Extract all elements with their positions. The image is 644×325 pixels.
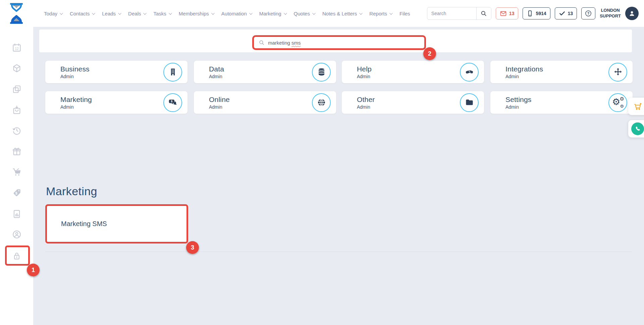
nav-label: Automation — [221, 11, 247, 16]
chevron-down-icon — [211, 11, 215, 15]
module-card-marketing[interactable]: MarketingAdmin $ — [45, 91, 187, 114]
global-search — [427, 7, 491, 20]
folder-icon — [460, 93, 479, 112]
result-card-marketing-sms[interactable]: Marketing SMS — [45, 204, 188, 243]
misspelled-word: sms — [291, 40, 301, 46]
cart-icon — [633, 102, 642, 111]
sms-credits-button[interactable]: 5914 — [523, 7, 550, 19]
nav-item-notes-letters[interactable]: Notes & Letters — [322, 11, 362, 16]
nav-item-today[interactable]: Today — [44, 11, 62, 16]
user-avatar[interactable] — [625, 7, 639, 20]
sidebar-item-rewards[interactable] — [12, 146, 22, 156]
app-root: Today Contacts Leads Deals Tasks Members… — [0, 0, 644, 325]
chevron-down-icon — [284, 11, 287, 15]
globe-icon — [312, 93, 331, 112]
gears-icon: ⚙⚙⚙ — [608, 93, 627, 112]
nav-label: Deals — [128, 11, 141, 16]
nav-item-automation[interactable]: Automation — [221, 11, 252, 16]
module-card-data[interactable]: DataAdmin — [194, 61, 336, 83]
nav-label: Reports — [369, 11, 387, 16]
nav-label: Leads — [102, 11, 116, 16]
nav-label: Tasks — [153, 11, 166, 16]
mail-count: 13 — [509, 11, 515, 16]
mail-notifications-button[interactable]: 13 — [496, 7, 519, 19]
card-title: Online — [209, 96, 230, 104]
card-subtitle: Admin — [60, 104, 92, 110]
sidebar-item-pricing[interactable]: $ — [12, 188, 22, 198]
cube-icon — [12, 63, 22, 73]
nav-item-contacts[interactable]: Contacts — [70, 11, 94, 16]
nav-item-deals[interactable]: Deals — [128, 11, 146, 16]
chevron-down-icon — [249, 11, 253, 15]
move-arrows-icon — [608, 63, 627, 82]
database-icon — [312, 63, 331, 82]
card-title: Integrations — [505, 65, 543, 73]
search-icon — [259, 40, 265, 46]
module-card-online[interactable]: OnlineAdmin — [194, 91, 336, 114]
card-subtitle: Admin — [505, 104, 531, 110]
nav-label: Contacts — [70, 11, 90, 16]
sidebar-item-reports[interactable] — [12, 209, 22, 219]
result-title: Marketing SMS — [61, 220, 107, 228]
module-card-integrations[interactable]: IntegrationsAdmin — [490, 61, 633, 83]
nav-label: Today — [44, 11, 57, 16]
header-right-cluster: 13 5914 13 ? LONDON SUPPORT — [427, 0, 639, 27]
nav-item-reports[interactable]: Reports — [369, 11, 392, 16]
report-icon — [12, 209, 22, 219]
module-card-settings[interactable]: SettingsAdmin ⚙⚙⚙ — [490, 91, 633, 114]
sidebar-item-duplicates[interactable] — [12, 84, 22, 94]
nav-item-tasks[interactable]: Tasks — [153, 11, 171, 16]
annotation-box-lock — [5, 246, 30, 266]
nav-item-quotes[interactable]: Quotes — [294, 11, 315, 16]
calendar-icon: 12 — [12, 43, 22, 53]
nav-label: Memberships — [179, 11, 209, 16]
floating-cart-button[interactable] — [628, 98, 644, 115]
sidebar-item-account[interactable] — [12, 229, 22, 239]
card-subtitle: Admin — [357, 104, 375, 110]
card-title: Business — [60, 65, 90, 73]
main-nav: Today Contacts Leads Deals Tasks Members… — [44, 0, 410, 27]
phone-icon — [631, 122, 644, 135]
module-card-help[interactable]: HelpAdmin — [342, 61, 484, 83]
nav-item-leads[interactable]: Leads — [102, 11, 120, 16]
person-circle-icon — [12, 229, 22, 239]
nav-label: Marketing — [259, 11, 281, 16]
svg-text:12: 12 — [15, 47, 19, 51]
nav-item-memberships[interactable]: Memberships — [179, 11, 214, 16]
sidebar-item-schedule[interactable]: 12 — [12, 43, 22, 53]
chevron-down-icon — [143, 11, 147, 15]
tasks-count-button[interactable]: 13 — [555, 7, 577, 19]
module-search-value: marketing sms — [268, 40, 301, 46]
user-name-line1: LONDON — [600, 8, 621, 13]
floating-phone-button[interactable] — [628, 120, 644, 138]
module-card-business[interactable]: BusinessAdmin — [45, 61, 187, 83]
sidebar-item-orders[interactable] — [12, 105, 22, 115]
sidebar-item-pos[interactable] — [12, 167, 22, 177]
card-subtitle: Admin — [209, 104, 230, 110]
search-submit-button[interactable] — [476, 7, 491, 19]
price-tag-icon: $ — [12, 188, 22, 198]
nav-item-files[interactable]: Files — [399, 11, 410, 16]
chevron-down-icon — [359, 11, 363, 15]
nav-label: Notes & Letters — [322, 11, 357, 16]
sidebar-item-products[interactable] — [12, 63, 22, 73]
chevron-down-icon — [60, 11, 63, 15]
module-card-other[interactable]: OtherAdmin — [342, 91, 484, 114]
section-heading: Marketing — [46, 185, 97, 198]
question-icon: ? — [585, 10, 592, 17]
nav-item-marketing[interactable]: Marketing — [259, 11, 286, 16]
tasks-count: 13 — [568, 11, 573, 16]
help-button[interactable]: ? — [581, 7, 595, 19]
card-subtitle: Admin — [209, 74, 224, 79]
sidebar-item-history[interactable] — [12, 125, 22, 136]
user-name-line2: SUPPORT — [600, 13, 621, 19]
bag-download-icon — [12, 105, 22, 115]
chat-dollar-icon: $ — [163, 93, 182, 112]
global-search-input[interactable] — [427, 11, 476, 16]
chevron-down-icon — [312, 11, 316, 15]
copy-icon — [12, 84, 22, 94]
annotation-step-3: 3 — [186, 241, 199, 254]
cart-icon — [12, 167, 22, 177]
module-search-field[interactable]: marketing sms — [252, 35, 426, 50]
hourglass-logo[interactable] — [9, 3, 24, 24]
